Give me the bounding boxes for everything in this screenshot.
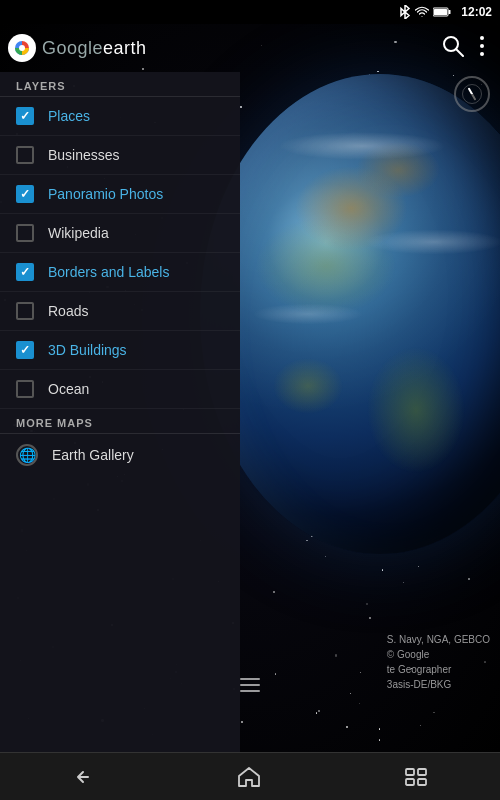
attribution-line-4: 3asis-DE/BKG [387, 677, 490, 692]
svg-rect-16 [418, 779, 426, 785]
status-icons: 12:02 [399, 5, 492, 19]
layer-item-roads[interactable]: Roads [0, 292, 240, 331]
svg-point-11 [480, 44, 484, 48]
layer-label-buildings: 3D Buildings [48, 342, 127, 358]
wifi-icon [415, 6, 429, 18]
navigation-bar [0, 752, 500, 800]
more-maps-label-earth-gallery: Earth Gallery [52, 447, 134, 463]
svg-rect-2 [434, 9, 447, 15]
layer-label-roads: Roads [48, 303, 88, 319]
layer-item-buildings[interactable]: 3D Buildings [0, 331, 240, 370]
svg-point-7 [19, 45, 25, 51]
svg-rect-1 [449, 10, 451, 14]
layer-label-borders: Borders and Labels [48, 264, 169, 280]
checkbox-panoramio[interactable] [16, 185, 34, 203]
checkbox-roads[interactable] [16, 302, 34, 320]
svg-line-9 [456, 49, 463, 56]
bluetooth-icon [399, 5, 411, 19]
svg-rect-4 [240, 684, 260, 686]
app-logo: Googleearth [8, 34, 147, 62]
layer-item-places[interactable]: Places [0, 97, 240, 136]
attribution-text: S. Navy, NGA, GEBCO © Google te Geograph… [387, 632, 490, 692]
svg-rect-3 [240, 678, 260, 680]
compass[interactable] [454, 76, 490, 112]
layers-sidebar: LAYERS PlacesBusinessesPanoramio PhotosW… [0, 72, 240, 752]
search-button[interactable] [434, 27, 472, 70]
attribution-line-3: te Geographer [387, 662, 490, 677]
layer-label-ocean: Ocean [48, 381, 89, 397]
more-maps-item-earth-gallery[interactable]: Earth Gallery [0, 434, 240, 476]
layers-list: PlacesBusinessesPanoramio PhotosWikipedi… [0, 97, 240, 409]
status-bar: 12:02 [0, 0, 500, 24]
layer-label-businesses: Businesses [48, 147, 120, 163]
recents-button[interactable] [385, 760, 447, 794]
back-button[interactable] [53, 759, 113, 795]
checkbox-businesses[interactable] [16, 146, 34, 164]
top-toolbar: Googleearth [0, 24, 500, 72]
more-maps-list: Earth Gallery [0, 434, 240, 476]
layer-item-borders[interactable]: Borders and Labels [0, 253, 240, 292]
attribution-line-2: © Google [387, 647, 490, 662]
battery-icon [433, 6, 451, 18]
google-prefix: Google [42, 38, 103, 58]
globe-icon [16, 444, 38, 466]
map-menu-icon[interactable] [240, 678, 260, 696]
checkbox-borders[interactable] [16, 263, 34, 281]
layer-label-wikipedia: Wikipedia [48, 225, 109, 241]
checkbox-wikipedia[interactable] [16, 224, 34, 242]
svg-rect-13 [406, 769, 414, 775]
more-options-button[interactable] [472, 28, 492, 69]
status-time: 12:02 [461, 5, 492, 19]
layers-section-header: LAYERS [0, 72, 240, 97]
checkbox-ocean[interactable] [16, 380, 34, 398]
layer-item-wikipedia[interactable]: Wikipedia [0, 214, 240, 253]
svg-point-10 [480, 36, 484, 40]
layer-label-places: Places [48, 108, 90, 124]
layer-label-panoramio: Panoramio Photos [48, 186, 163, 202]
app-title: Googleearth [42, 38, 147, 59]
checkbox-places[interactable] [16, 107, 34, 125]
compass-inner [462, 84, 482, 104]
more-maps-section-header: MORE MAPS [0, 409, 240, 434]
checkbox-buildings[interactable] [16, 341, 34, 359]
layer-item-businesses[interactable]: Businesses [0, 136, 240, 175]
svg-rect-5 [240, 690, 260, 692]
home-button[interactable] [218, 759, 280, 795]
layer-item-ocean[interactable]: Ocean [0, 370, 240, 409]
svg-rect-14 [406, 779, 414, 785]
app-name: earth [103, 38, 147, 58]
attribution-line-1: S. Navy, NGA, GEBCO [387, 632, 490, 647]
layer-item-panoramio[interactable]: Panoramio Photos [0, 175, 240, 214]
svg-point-12 [480, 52, 484, 56]
google-logo-icon [8, 34, 36, 62]
compass-needle [468, 87, 477, 100]
svg-rect-15 [418, 769, 426, 775]
